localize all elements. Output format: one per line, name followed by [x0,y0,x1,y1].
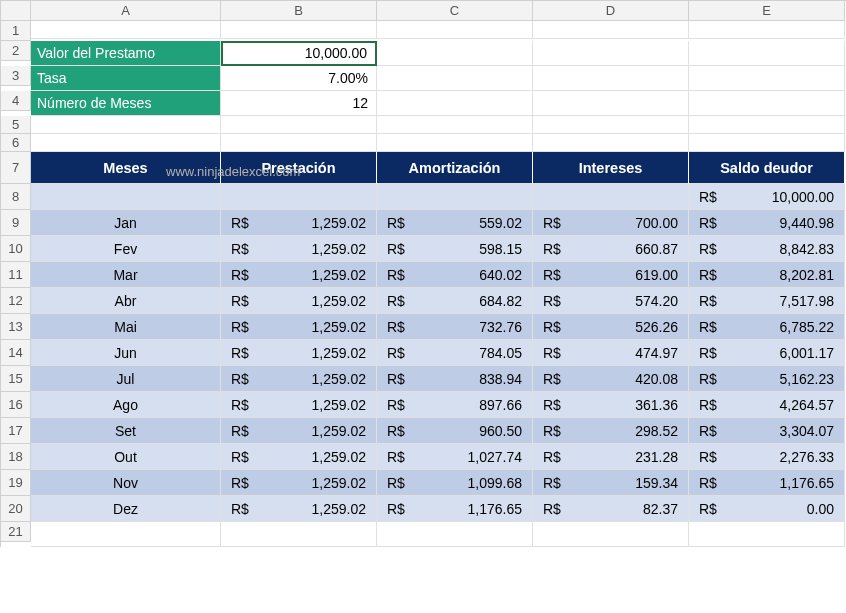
cell[interactable] [689,66,845,91]
intereses-cell[interactable]: R$660.87 [533,236,689,262]
row-header-9[interactable]: 9 [1,210,31,236]
cell[interactable] [31,184,221,210]
row-header-13[interactable]: 13 [1,314,31,340]
saldo-cell[interactable]: R$6,001.17 [689,340,845,366]
intereses-cell[interactable]: R$619.00 [533,262,689,288]
cell[interactable] [689,21,845,39]
row-header-17[interactable]: 17 [1,418,31,444]
cell[interactable] [689,41,845,66]
cell[interactable] [533,522,689,547]
amortizacion-cell[interactable]: R$1,176.65 [377,496,533,522]
cell[interactable] [533,134,689,152]
intereses-cell[interactable]: R$574.20 [533,288,689,314]
amortizacion-cell[interactable]: R$838.94 [377,366,533,392]
row-header-3[interactable]: 3 [1,66,31,86]
col-header-C[interactable]: C [377,1,533,21]
col-header-D[interactable]: D [533,1,689,21]
cell[interactable] [377,522,533,547]
amortizacion-cell[interactable]: R$598.15 [377,236,533,262]
cell[interactable] [377,184,533,210]
saldo-cell[interactable]: R$2,276.33 [689,444,845,470]
row-header-10[interactable]: 10 [1,236,31,262]
cell[interactable] [533,66,689,91]
prestacion-cell[interactable]: R$1,259.02 [221,236,377,262]
cell[interactable] [221,134,377,152]
row-header-1[interactable]: 1 [1,21,31,41]
row-header-20[interactable]: 20 [1,496,31,522]
month-cell[interactable]: Out [31,444,221,470]
month-cell[interactable]: Set [31,418,221,444]
cell[interactable] [31,522,221,547]
month-cell[interactable]: Fev [31,236,221,262]
col-header-B[interactable]: B [221,1,377,21]
intereses-cell[interactable]: R$526.26 [533,314,689,340]
col-header-E[interactable]: E [689,1,845,21]
cell[interactable] [221,184,377,210]
cell[interactable] [377,21,533,39]
intereses-cell[interactable]: R$700.00 [533,210,689,236]
month-cell[interactable]: Jan [31,210,221,236]
cell[interactable] [533,41,689,66]
table-header-intereses[interactable]: Intereses [533,152,689,184]
prestacion-cell[interactable]: R$1,259.02 [221,470,377,496]
row-header-21[interactable]: 21 [1,522,31,542]
prestacion-cell[interactable]: R$1,259.02 [221,262,377,288]
cell[interactable] [377,134,533,152]
cell[interactable] [377,41,533,66]
prestacion-cell[interactable]: R$1,259.02 [221,366,377,392]
cell[interactable] [31,134,221,152]
amortizacion-cell[interactable]: R$960.50 [377,418,533,444]
saldo-cell[interactable]: R$7,517.98 [689,288,845,314]
col-header-A[interactable]: A [31,1,221,21]
saldo-cell[interactable]: R$0.00 [689,496,845,522]
month-cell[interactable]: Mai [31,314,221,340]
saldo-cell[interactable]: R$3,304.07 [689,418,845,444]
saldo-cell[interactable]: R$8,842.83 [689,236,845,262]
prestacion-cell[interactable]: R$1,259.02 [221,418,377,444]
row-header-4[interactable]: 4 [1,91,31,111]
amortizacion-cell[interactable]: R$684.82 [377,288,533,314]
loan-value-cell[interactable]: 10,000.00 [221,41,377,66]
rate-value-cell[interactable]: 7.00% [221,66,377,91]
amortizacion-cell[interactable]: R$640.02 [377,262,533,288]
table-header-prestacion[interactable]: Prestación [221,152,377,184]
table-header-amortizacion[interactable]: Amortización [377,152,533,184]
prestacion-cell[interactable]: R$1,259.02 [221,444,377,470]
prestacion-cell[interactable]: R$1,259.02 [221,496,377,522]
cell[interactable] [533,184,689,210]
cell[interactable] [31,116,221,134]
table-header-saldo[interactable]: Saldo deudor [689,152,845,184]
prestacion-cell[interactable]: R$1,259.02 [221,314,377,340]
row-header-19[interactable]: 19 [1,470,31,496]
row-header-5[interactable]: 5 [1,116,31,134]
row-header-11[interactable]: 11 [1,262,31,288]
amortizacion-cell[interactable]: R$784.05 [377,340,533,366]
intereses-cell[interactable]: R$474.97 [533,340,689,366]
month-cell[interactable]: Jun [31,340,221,366]
amortizacion-cell[interactable]: R$1,099.68 [377,470,533,496]
row-header-2[interactable]: 2 [1,41,31,61]
cell[interactable] [533,116,689,134]
prestacion-cell[interactable]: R$1,259.02 [221,288,377,314]
prestacion-cell[interactable]: R$1,259.02 [221,392,377,418]
row-header-18[interactable]: 18 [1,444,31,470]
cell[interactable] [689,91,845,116]
initial-balance[interactable]: R$10,000.00 [689,184,845,210]
prestacion-cell[interactable]: R$1,259.02 [221,210,377,236]
month-cell[interactable]: Nov [31,470,221,496]
cell[interactable] [221,116,377,134]
month-cell[interactable]: Mar [31,262,221,288]
cell[interactable] [377,91,533,116]
row-header-14[interactable]: 14 [1,340,31,366]
rate-label[interactable]: Tasa [31,66,221,91]
select-all-corner[interactable] [1,1,31,21]
row-header-15[interactable]: 15 [1,366,31,392]
month-cell[interactable]: Ago [31,392,221,418]
saldo-cell[interactable]: R$6,785.22 [689,314,845,340]
row-header-8[interactable]: 8 [1,184,31,210]
intereses-cell[interactable]: R$420.08 [533,366,689,392]
cell[interactable] [377,66,533,91]
saldo-cell[interactable]: R$8,202.81 [689,262,845,288]
row-header-7[interactable]: 7 [1,152,31,184]
amortizacion-cell[interactable]: R$1,027.74 [377,444,533,470]
